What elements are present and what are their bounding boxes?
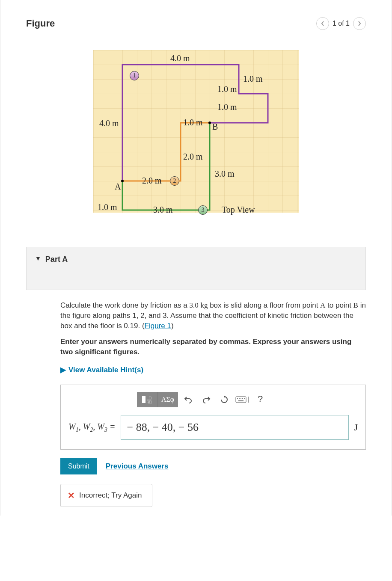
svg-point-7 — [241, 398, 241, 399]
keyboard-icon — [235, 396, 246, 403]
pager-text: 1 of 1 — [333, 20, 350, 27]
svg-point-5 — [237, 398, 238, 399]
svg-rect-0 — [142, 396, 146, 403]
part-a-title: Part A — [45, 255, 68, 264]
svg-point-6 — [239, 398, 240, 399]
pager-prev-button[interactable] — [316, 17, 329, 30]
dim-notch-v: 1.0 m — [217, 102, 237, 112]
figure-link[interactable]: Figure 1 — [145, 322, 171, 330]
dim-left: 4.0 m — [99, 119, 119, 128]
feedback-text: Incorrect; Try Again — [79, 490, 142, 501]
point-A-label: A — [115, 182, 121, 192]
figure-pager: 1 of 1 — [316, 17, 366, 30]
figure-title: Figure — [26, 18, 55, 29]
previous-answers-link[interactable]: Previous Answers — [106, 461, 169, 471]
svg-text:□: □ — [149, 396, 151, 400]
caret-right-icon: ▶ — [60, 365, 66, 375]
answer-input[interactable]: − 88, − 40, − 56 — [121, 415, 349, 440]
question-text: Calculate the work done by friction as a… — [60, 300, 366, 331]
point-A-dot — [121, 180, 124, 182]
dim-notch-h: 1.0 m — [217, 84, 237, 94]
dim-left-bottom: 1.0 m — [98, 202, 117, 212]
chevron-right-icon — [357, 21, 362, 27]
top-view-label: Top View — [222, 205, 255, 215]
dim-bottom: 3.0 m — [153, 205, 173, 215]
path-marker-1: 1 — [130, 71, 139, 80]
chevron-left-icon — [321, 21, 325, 27]
dim-mid-h: 1.0 m — [183, 118, 203, 127]
answer-unit: J — [354, 421, 358, 434]
figure-header: Figure 1 of 1 — [26, 17, 366, 37]
svg-point-9 — [244, 398, 245, 399]
reset-button[interactable] — [217, 393, 232, 406]
undo-button[interactable] — [181, 393, 196, 406]
answer-toolbar: □√□ ΑΣφ | — [137, 392, 358, 407]
point-B-dot — [208, 122, 211, 124]
reset-icon — [220, 395, 229, 404]
svg-rect-4 — [236, 397, 246, 403]
greek-button[interactable]: ΑΣφ — [157, 392, 178, 407]
answer-variable-label: W1, W2, W3 = — [68, 421, 116, 434]
hints-label: View Available Hint(s) — [68, 365, 143, 375]
path-marker-3: 3 — [198, 205, 208, 215]
dim-right-top: 1.0 m — [243, 74, 263, 84]
redo-icon — [202, 396, 211, 403]
incorrect-icon: ✕ — [68, 489, 75, 501]
part-a-header[interactable]: ▼ Part A — [26, 247, 366, 290]
template-button[interactable]: □√□ — [137, 392, 157, 407]
answer-box: □√□ ΑΣφ | — [60, 385, 366, 450]
fraction-icon: □√□ — [141, 395, 153, 404]
help-button[interactable]: ? — [252, 393, 268, 406]
redo-button[interactable] — [199, 393, 214, 406]
point-B-label: B — [212, 122, 218, 132]
undo-icon — [184, 396, 193, 403]
feedback-box: ✕ Incorrect; Try Again — [60, 484, 152, 507]
dim-right-3: 3.0 m — [215, 169, 235, 179]
pager-next-button[interactable] — [353, 17, 366, 30]
view-hints-button[interactable]: ▶ View Available Hint(s) — [60, 365, 366, 375]
dim-top: 4.0 m — [170, 53, 190, 63]
svg-point-8 — [242, 398, 243, 399]
dim-orange-h: 2.0 m — [142, 176, 162, 186]
paths-svg — [93, 50, 299, 213]
path-marker-2: 2 — [170, 176, 179, 186]
svg-rect-10 — [238, 400, 244, 401]
instruction-text: Enter your answers numerically separated… — [60, 337, 366, 357]
part-a-section: ▼ Part A Calculate the work done by fric… — [26, 247, 366, 507]
figure-diagram: 1 2 3 4.0 m 4.0 m 1.0 m 1.0 m 1.0 m 1.0 … — [93, 50, 299, 213]
keyboard-button[interactable]: | — [235, 393, 250, 406]
svg-text:√□: √□ — [147, 400, 152, 404]
submit-button[interactable]: Submit — [60, 458, 97, 474]
dim-green-v: 2.0 m — [183, 152, 203, 162]
caret-down-icon: ▼ — [35, 255, 41, 262]
